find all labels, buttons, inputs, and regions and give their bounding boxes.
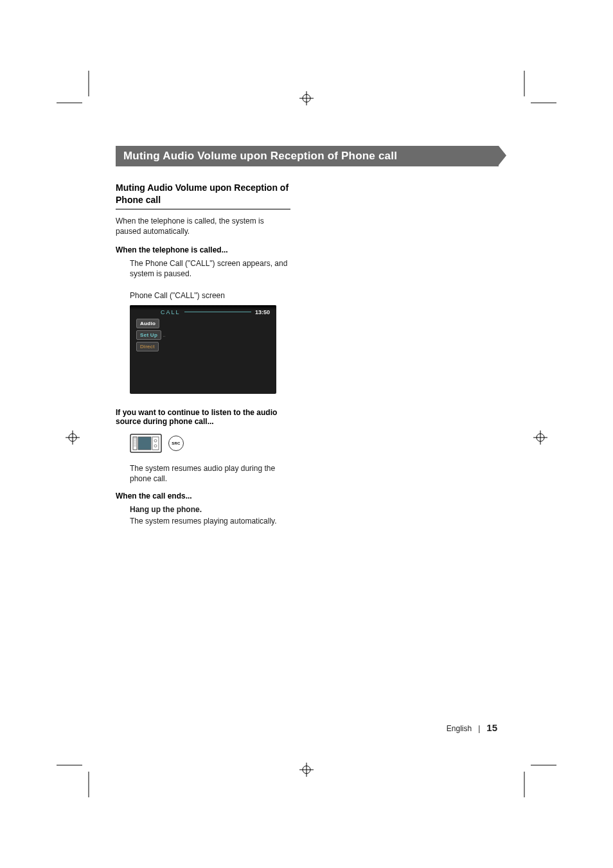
sec2-body: The system resumes audio play during the… <box>130 463 290 484</box>
divider-line <box>184 312 251 312</box>
reg-target-bottom <box>299 763 314 777</box>
sec1-body: The Phone Call ("CALL") screen appears, … <box>130 258 290 279</box>
screen-item-direct: Direct <box>136 342 276 351</box>
title-banner: Muting Audio Volume upon Reception of Ph… <box>116 146 499 166</box>
reg-target-right <box>533 430 547 445</box>
sec3-body: The system resumes playing automatically… <box>130 516 290 526</box>
svg-point-29 <box>154 439 157 442</box>
sec3-heading: When the call ends... <box>116 492 290 500</box>
subtitle-rule <box>116 209 290 209</box>
src-button-icon: SRC <box>168 436 184 451</box>
svg-rect-27 <box>138 437 151 450</box>
crop-mark-bl <box>57 752 102 797</box>
footer-sep: | <box>478 724 480 733</box>
head-unit-icon <box>130 432 162 454</box>
direct-box: Direct <box>136 342 159 351</box>
sec1-heading: When the telephone is called... <box>116 245 290 254</box>
screen-caption: Phone Call ("CALL") screen <box>130 291 498 300</box>
section-subtitle: Muting Audio Volume upon Reception of Ph… <box>116 182 290 206</box>
crop-mark-tl <box>57 71 102 116</box>
setup-box: Set Up <box>136 330 161 340</box>
audio-box: Audio <box>136 319 159 328</box>
page-content: Muting Audio Volume upon Reception of Ph… <box>116 146 498 526</box>
src-row: SRC <box>130 432 498 454</box>
screen-item-audio: Audio <box>136 319 276 328</box>
page-footer: English | 15 <box>447 722 497 733</box>
svg-point-30 <box>154 445 157 447</box>
footer-lang: English <box>447 724 472 733</box>
svg-rect-21 <box>133 437 137 450</box>
src-label: SRC <box>172 441 180 445</box>
screen-item-setup: Set Up.. <box>136 330 276 340</box>
sec3-sub: Hang up the phone. <box>130 504 290 515</box>
sec2-heading: If you want to continue to listen to the… <box>116 408 290 426</box>
phone-call-screen: CALL 13:50 Audio Set Up.. Direct <box>130 305 276 394</box>
footer-page-number: 15 <box>486 722 497 733</box>
reg-target-left <box>66 430 80 445</box>
svg-rect-28 <box>152 437 159 450</box>
intro-text: When the telephone is called, the system… <box>116 216 290 236</box>
crop-mark-br <box>511 752 556 797</box>
reg-target-top <box>299 91 314 105</box>
crop-mark-tr <box>511 71 556 116</box>
